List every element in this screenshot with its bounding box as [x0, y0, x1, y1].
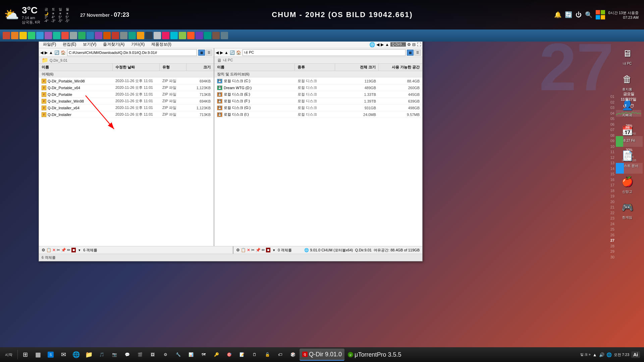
cal-number[interactable]: 21: [610, 204, 614, 210]
r-paste-icon[interactable]: 📌: [256, 248, 261, 252]
cal-number[interactable]: 23: [610, 216, 614, 221]
r-terminal-icon[interactable]: ■: [266, 248, 270, 252]
copy-icon[interactable]: 📋: [46, 248, 51, 252]
col-date-header[interactable]: 수정한 날짜: [113, 64, 160, 71]
toolbar-icon-1[interactable]: [3, 32, 10, 39]
toolbar-icon-13[interactable]: [103, 32, 111, 39]
home-btn[interactable]: 🏠: [61, 50, 66, 55]
col-dtype-header[interactable]: 종류: [295, 64, 335, 71]
r-filter-icon[interactable]: ⚙: [236, 248, 240, 252]
col-dname-header[interactable]: 이름: [214, 64, 295, 71]
desktop-icon-app1[interactable]: 🍎 신망고: [614, 173, 641, 195]
desktop-icon-my-pc[interactable]: 🖥 내 PC: [614, 45, 641, 67]
tb-app1[interactable]: 🎵: [96, 349, 108, 361]
cal-number[interactable]: 29: [610, 249, 614, 254]
cal-number[interactable]: 09: [610, 138, 614, 144]
toolbar-icon-25[interactable]: [204, 32, 211, 39]
toolbar-icon-2[interactable]: [11, 32, 18, 39]
cal-number[interactable]: 22: [610, 210, 614, 216]
cal-number[interactable]: 27: [610, 238, 614, 243]
view-btn-1[interactable]: ▦: [198, 50, 205, 56]
menu-tools[interactable]: 기타(X): [128, 41, 147, 48]
toolbar-icon-12[interactable]: [95, 32, 102, 39]
ai-corner-label[interactable]: Ai: [631, 351, 640, 358]
back-btn-right[interactable]: ◀: [216, 50, 219, 55]
r-copy-icon[interactable]: 📋: [241, 248, 246, 252]
toolbar-icon-21[interactable]: [170, 32, 178, 39]
cal-number[interactable]: 18: [610, 188, 614, 194]
tray-network[interactable]: 🌐: [606, 352, 612, 357]
tb-edge[interactable]: 🌐: [70, 349, 82, 361]
weather-widget[interactable]: ⛅ 3°C 7:14 am 삼국동, KR 금🌙3°-4°토☀4°-3°일☀5°…: [0, 0, 73, 29]
globe-icon[interactable]: 🌐: [369, 42, 375, 47]
col-dtotal-header[interactable]: 전체 크기: [335, 64, 379, 71]
col-dfree-header[interactable]: 사용 가능한 공간: [379, 64, 422, 71]
toolbar-icon-9[interactable]: [70, 32, 77, 39]
cal-number[interactable]: 20: [610, 199, 614, 205]
cal-number[interactable]: 10: [610, 144, 614, 149]
settings-icon[interactable]: ⚙: [407, 42, 411, 47]
tb-app9[interactable]: 🗺: [198, 349, 210, 361]
file-row[interactable]: Z Q-Dir_Installer_x64 2020-11-26 오후 11:0…: [39, 105, 214, 111]
tb-app8[interactable]: 📊: [185, 349, 197, 361]
fullscreen-icon[interactable]: ⛶: [417, 42, 421, 47]
power-icon[interactable]: ⏻: [576, 11, 582, 18]
toolbar-icon-14[interactable]: [112, 32, 119, 39]
fwd-btn[interactable]: ▶: [45, 50, 48, 55]
tb-app7[interactable]: 🔧: [172, 349, 184, 361]
tb-app2[interactable]: 📷: [108, 349, 120, 361]
cal-number[interactable]: 13: [610, 160, 614, 166]
col-type-header[interactable]: 유형: [160, 64, 186, 71]
toolbar-icon-23[interactable]: [187, 32, 195, 39]
cal-number[interactable]: 26: [610, 232, 614, 238]
menu-favorites[interactable]: 즐겨찾기(A): [100, 41, 127, 48]
move-icon[interactable]: ✂: [57, 248, 60, 252]
tray-icon-1[interactable]: ▲: [593, 352, 597, 357]
terminal-icon[interactable]: ■: [71, 248, 76, 252]
clock-cal-icon[interactable]: ⏱: [630, 103, 634, 109]
tb-app14[interactable]: 🔓: [261, 349, 273, 361]
tb-app4[interactable]: 🎬: [134, 349, 146, 361]
cal-number[interactable]: 01: [610, 94, 614, 100]
col-name-header[interactable]: 이름: [39, 64, 113, 71]
file-row[interactable]: Z Q-Dir_Installer_Win98 2020-11-26 오후 11…: [39, 98, 214, 105]
drive-row[interactable]: 💾 로컬 디스크 (I:) 로컬 디스크 24.0MB 9.57MB: [214, 111, 422, 118]
refresh-btn-right[interactable]: 🔄: [230, 50, 235, 55]
cal-number[interactable]: 28: [610, 243, 614, 249]
r-delete-icon[interactable]: ✕: [247, 248, 250, 252]
tb-search[interactable]: ⊞: [19, 349, 31, 361]
tb-app3[interactable]: 💬: [121, 349, 133, 361]
tb-mail[interactable]: ✉: [57, 349, 69, 361]
drive-row[interactable]: 💾 로컬 디스크 (G:) 로컬 디스크 931GB 498GB: [214, 105, 422, 111]
nav-back-icon[interactable]: ◀: [376, 42, 379, 47]
delete-icon[interactable]: ✕: [52, 248, 56, 252]
toolbar-icon-6[interactable]: [45, 32, 52, 39]
up-btn[interactable]: ▲: [49, 50, 53, 55]
drive-row[interactable]: 💾 Dream WTG (D:) 로컬 디스크 489GB 260GB: [214, 84, 422, 91]
menu-help[interactable]: 제품정보(I): [149, 41, 174, 48]
tb-app5[interactable]: 🖼: [147, 349, 159, 361]
col-size-header[interactable]: 크기: [186, 64, 213, 71]
view-btn-2[interactable]: ☰: [206, 50, 212, 56]
toolbar-icon-16[interactable]: [128, 32, 136, 39]
r-edit-icon[interactable]: ✏: [262, 248, 265, 252]
toolbar-icon-19[interactable]: [154, 32, 161, 39]
cal-number[interactable]: 02: [610, 100, 614, 105]
drive-row[interactable]: 💾 로컬 디스크 (E:) 로컬 디스크 1.33TB 445GB: [214, 91, 422, 98]
tb-task[interactable]: ▦: [32, 349, 44, 361]
menu-edit[interactable]: 편집(E): [60, 41, 79, 48]
tb-app11[interactable]: 🎯: [223, 349, 235, 361]
file-row[interactable]: Z Q-Dir_Installer 2020-11-26 오후 11:01 ZI…: [39, 111, 214, 118]
toolbar-icon-20[interactable]: [162, 32, 169, 39]
utorrent-taskbar-btn[interactable]: μ μTorrentPro 3.5.5: [345, 349, 404, 361]
cal-number[interactable]: 30: [610, 254, 614, 260]
toolbar-icon-7[interactable]: [53, 32, 60, 39]
paste-icon[interactable]: 📌: [61, 248, 66, 252]
file-row[interactable]: Z Q-Dir_Portable_Win98 2020-11-26 오후 11:…: [39, 78, 214, 84]
tb-app12[interactable]: 📝: [236, 349, 248, 361]
tb-store1[interactable]: S: [45, 349, 57, 361]
refresh-btn-left[interactable]: 🔄: [54, 50, 59, 55]
tb-app10[interactable]: 🔑: [210, 349, 222, 361]
cal-number[interactable]: 19: [610, 193, 614, 199]
back-btn[interactable]: ◀: [40, 50, 43, 55]
